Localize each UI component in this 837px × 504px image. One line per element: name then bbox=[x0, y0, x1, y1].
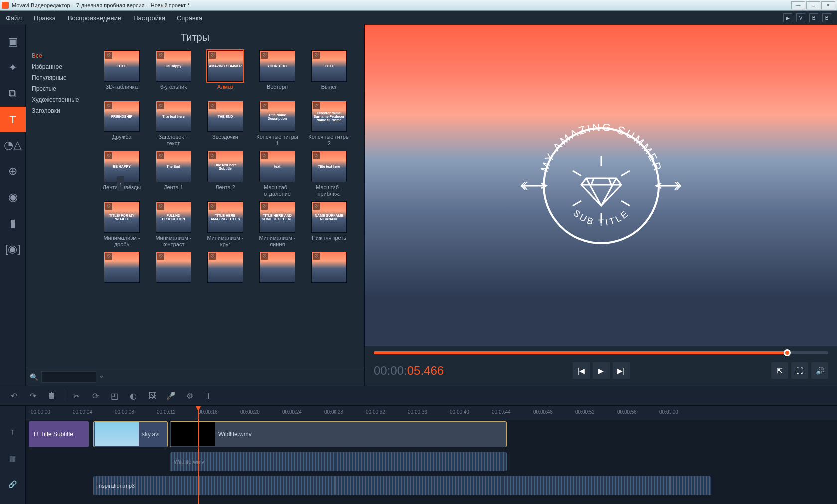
title-thumbnail[interactable]: ♡THE ENDЗвездочки bbox=[203, 101, 247, 147]
delete-button[interactable]: 🗑 bbox=[43, 388, 61, 403]
playhead[interactable] bbox=[198, 406, 199, 504]
tool-highlight[interactable]: ◉ bbox=[0, 184, 26, 210]
menu-file[interactable]: Файл bbox=[6, 14, 22, 22]
equalizer-button[interactable]: ⫼ bbox=[200, 388, 218, 403]
share-vk-icon[interactable]: B bbox=[822, 13, 831, 22]
menu-edit[interactable]: Правка bbox=[34, 14, 56, 22]
title-thumbnail[interactable]: ♡ bbox=[203, 252, 247, 298]
title-thumbnail[interactable]: ♡textМасштаб - отдаление bbox=[255, 151, 299, 197]
timeline-ruler[interactable]: 00:00:0000:00:0400:00:0800:00:1200:00:16… bbox=[26, 406, 837, 420]
video-clip-wildlife[interactable]: Wildlife.wmv bbox=[170, 421, 507, 447]
thumbnail-label: 3D-табличка bbox=[106, 84, 138, 97]
clip-properties-button[interactable]: ⚙ bbox=[181, 388, 199, 403]
title-thumbnail[interactable]: ♡TEXTВылет bbox=[307, 50, 351, 97]
timecode: 00:00:05.466 bbox=[374, 364, 444, 378]
title-thumbnail[interactable]: ♡ bbox=[100, 252, 144, 298]
title-thumbnail[interactable]: ♡Title text here SubtitleЛента 2 bbox=[203, 151, 247, 197]
menu-playback[interactable]: Воспроизведение bbox=[68, 14, 121, 22]
window-title: Movavi Видеоредактор – 7-дневная пробная… bbox=[12, 2, 189, 8]
share-blog-icon[interactable]: B bbox=[809, 13, 818, 22]
title-clip[interactable]: T⁞Title Subtitle bbox=[29, 421, 89, 447]
tool-transitions[interactable]: ⧉ bbox=[0, 81, 26, 107]
thumbnail-label: Конечные титры 1 bbox=[255, 134, 299, 147]
menu-help[interactable]: Справка bbox=[177, 14, 202, 22]
music-clip[interactable]: Inspiration.mp3 bbox=[93, 476, 711, 495]
title-thumbnail[interactable]: ♡The EndЛента 1 bbox=[152, 151, 195, 197]
title-thumbnail[interactable]: ♡Title text hereМасштаб - приближ. bbox=[307, 151, 351, 197]
tool-media[interactable]: ▣ bbox=[0, 29, 26, 55]
share-vimeo-icon[interactable]: V bbox=[796, 13, 805, 22]
title-thumbnail[interactable]: ♡YOUR TEXTВестерн bbox=[255, 50, 299, 97]
tool-filters[interactable]: ✦ bbox=[0, 55, 26, 81]
maximize-button[interactable]: ▭ bbox=[806, 1, 820, 9]
preview-scrubber[interactable] bbox=[374, 351, 828, 354]
category-favorites[interactable]: Избранное bbox=[32, 61, 96, 72]
rotate-button[interactable]: ⟳ bbox=[86, 388, 104, 403]
tool-record[interactable]: [◉] bbox=[0, 236, 26, 262]
title-thumbnail[interactable]: ♡AMAZING SUMMERАлмаз bbox=[203, 50, 247, 97]
color-button[interactable]: ◐ bbox=[124, 388, 142, 403]
undo-button[interactable]: ↶ bbox=[5, 388, 23, 403]
thumbnail-label: Вылет bbox=[321, 84, 337, 97]
title-thumbnail[interactable]: ♡FULLHD PRODUCTIONМинимализм - контраст bbox=[152, 201, 195, 248]
title-thumbnail[interactable]: ♡TITLE HERE AND SOME TEXT HEREМинимализм… bbox=[255, 201, 299, 248]
preview-area: MY AMAZING SUMMER SUB TITLE bbox=[365, 25, 837, 386]
thumbnail-label: Лента 2 bbox=[215, 184, 235, 197]
thumbnail-label: Минимализм - круг bbox=[203, 235, 247, 248]
thumbnail-label: Масштаб - приближ. bbox=[307, 184, 351, 197]
collapse-handle[interactable]: ‹ bbox=[117, 176, 124, 191]
thumbnail-label: Алмаз bbox=[217, 84, 233, 97]
clear-search-icon[interactable]: ✕ bbox=[99, 374, 104, 380]
minimize-button[interactable]: — bbox=[791, 1, 805, 9]
tool-titles[interactable]: T bbox=[0, 107, 26, 132]
category-all[interactable]: Все bbox=[32, 50, 96, 61]
picture-button[interactable]: 🖼 bbox=[143, 388, 161, 403]
volume-button[interactable]: 🔊 bbox=[811, 362, 828, 379]
title-thumbnail[interactable]: ♡ bbox=[255, 252, 299, 298]
menubar: Файл Правка Воспроизведение Настройки Сп… bbox=[0, 11, 837, 25]
window-titlebar: Movavi Видеоредактор – 7-дневная пробная… bbox=[0, 0, 837, 11]
crop-button[interactable]: ◰ bbox=[105, 388, 123, 403]
title-thumbnail[interactable]: ♡ bbox=[307, 252, 351, 298]
play-button[interactable]: ▶ bbox=[593, 362, 610, 379]
video-clip-sky[interactable]: sky.avi bbox=[93, 421, 168, 447]
thumbnail-label: Минимализм - линия bbox=[255, 235, 299, 248]
share-youtube-icon[interactable]: ▶ bbox=[783, 13, 792, 22]
category-popular[interactable]: Популярные bbox=[32, 72, 96, 83]
linked-audio-clip[interactable]: Wildlife.wmv bbox=[170, 452, 507, 471]
tool-zoom[interactable]: ⊕ bbox=[0, 158, 26, 184]
title-thumbnail[interactable]: ♡Title Name DescriptionКонечные титры 1 bbox=[255, 101, 299, 147]
tool-chroma[interactable]: ▮ bbox=[0, 210, 26, 236]
title-thumbnail[interactable]: ♡FRIENDSHIPДружба bbox=[100, 101, 144, 147]
category-simple[interactable]: Простые bbox=[32, 83, 96, 94]
cut-button[interactable]: ✂ bbox=[67, 388, 85, 403]
title-thumbnail[interactable]: ♡Title text hereЗаголовок + текст bbox=[152, 101, 195, 147]
svg-line-7 bbox=[573, 201, 581, 206]
redo-button[interactable]: ↷ bbox=[24, 388, 42, 403]
category-artistic[interactable]: Художественные bbox=[32, 94, 96, 105]
menu-settings[interactable]: Настройки bbox=[133, 14, 165, 22]
tool-stickers[interactable]: ◔△ bbox=[0, 132, 26, 158]
prev-frame-button[interactable]: |◀ bbox=[573, 362, 590, 379]
panel-header: Титры bbox=[26, 25, 364, 48]
track-icon-title[interactable]: T bbox=[10, 428, 15, 436]
close-button[interactable]: ✕ bbox=[821, 1, 835, 9]
title-thumbnail[interactable]: ♡TITLE HERE AMAZING TITLESМинимализм - к… bbox=[203, 201, 247, 248]
track-icon-video[interactable]: ▦ bbox=[9, 454, 16, 462]
fullscreen-button[interactable]: ⛶ bbox=[791, 362, 808, 379]
title-thumbnail[interactable]: ♡TITLE3D-табличка bbox=[100, 50, 144, 97]
search-input[interactable] bbox=[41, 371, 96, 383]
mic-button[interactable]: 🎤 bbox=[162, 388, 180, 403]
category-list: Все Избранное Популярные Простые Художес… bbox=[26, 48, 96, 368]
next-frame-button[interactable]: ▶| bbox=[613, 362, 630, 379]
category-headers[interactable]: Заголовки bbox=[32, 105, 96, 116]
thumbnail-label: Минимализм - контраст bbox=[152, 235, 195, 248]
title-overlay: MY AMAZING SUMMER SUB TITLE bbox=[516, 101, 686, 270]
detach-preview-button[interactable]: ⇱ bbox=[771, 362, 788, 379]
title-thumbnail[interactable]: ♡Be Happy6-угольник bbox=[152, 50, 195, 97]
title-thumbnail[interactable]: ♡ bbox=[152, 252, 195, 298]
title-thumbnail[interactable]: ♡TITLE/ FOR MY PROJECTМинимализм - дробь bbox=[100, 201, 144, 248]
title-thumbnail[interactable]: ♡Director Name Surname Producer Name Sur… bbox=[307, 101, 351, 147]
title-thumbnail[interactable]: ♡NAME SURNAME NICKNAMEНижняя треть bbox=[307, 201, 351, 248]
track-icon-link[interactable]: 🔗 bbox=[8, 480, 17, 488]
